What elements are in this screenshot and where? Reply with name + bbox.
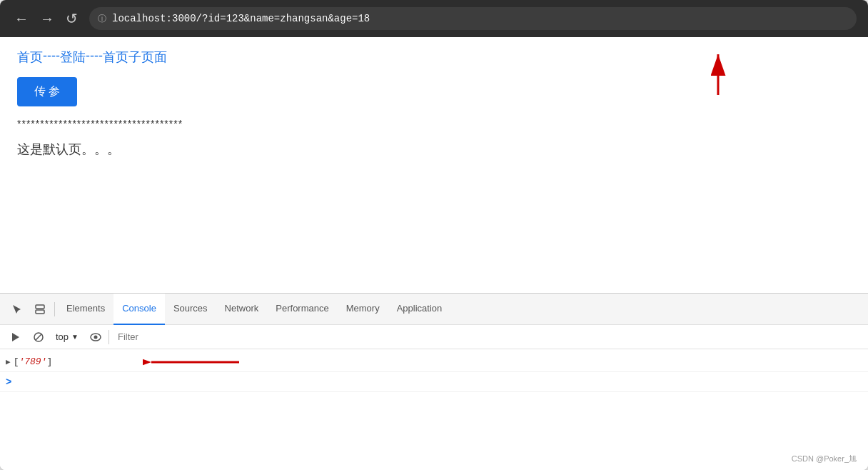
svg-rect-3	[36, 310, 44, 314]
console-string-value: '789'	[19, 356, 46, 367]
open-bracket: [	[14, 356, 19, 367]
dropdown-arrow-icon: ▼	[71, 333, 79, 341]
devtools-tabs-bar: Elements Console Sources Network Perform…	[0, 294, 868, 325]
tab-console[interactable]: Console	[113, 294, 165, 325]
nav-buttons: ← → ↺	[11, 7, 81, 30]
tab-divider-1	[54, 302, 55, 316]
play-messages-btn[interactable]	[6, 327, 26, 347]
home-sub-link[interactable]: 首页子页面	[103, 49, 167, 66]
tab-sources[interactable]: Sources	[165, 294, 216, 325]
console-output: ▶ [ '789' ] >	[0, 349, 868, 470]
layers-icon	[34, 304, 46, 315]
tab-elements[interactable]: Elements	[58, 294, 113, 325]
browser-window: ← → ↺ ⓘ localhost:3000/?id=123&name=zhan…	[0, 0, 868, 470]
close-bracket: ]	[46, 356, 52, 367]
tab-network[interactable]: Network	[216, 294, 268, 325]
arrow-up-right-indicator	[697, 49, 740, 99]
eye-icon	[90, 333, 101, 341]
address-bar[interactable]: ⓘ localhost:3000/?id=123&name=zhangsan&a…	[89, 7, 857, 30]
default-page-text: 这是默认页。。。	[17, 141, 851, 158]
svg-rect-2	[36, 305, 44, 309]
home-link[interactable]: 首页	[17, 49, 43, 66]
eye-btn[interactable]	[86, 327, 106, 347]
tab-performance[interactable]: Performance	[267, 294, 337, 325]
console-row-prompt[interactable]: >	[0, 372, 868, 392]
no-entry-icon	[34, 332, 44, 342]
top-context-dropdown[interactable]: top ▼	[51, 330, 83, 344]
separator1: ----	[43, 49, 60, 66]
devtools-panel: Elements Console Sources Network Perform…	[0, 293, 868, 470]
console-row-array: ▶ [ '789' ]	[0, 352, 868, 372]
console-toolbar: top ▼	[0, 325, 868, 349]
forward-button[interactable]: →	[37, 8, 57, 30]
browser-toolbar: ← → ↺ ⓘ localhost:3000/?id=123&name=zhan…	[0, 0, 868, 37]
layers-icon-btn[interactable]	[29, 298, 51, 321]
tab-application[interactable]: Application	[388, 294, 451, 325]
login-link[interactable]: 登陆	[60, 49, 86, 66]
back-button[interactable]: ←	[11, 8, 31, 30]
page-content: 首页 ---- 登陆 ---- 首页子页面 传 参 **************…	[0, 37, 868, 293]
cursor-icon-btn[interactable]	[6, 298, 29, 321]
svg-line-6	[36, 334, 41, 340]
console-divider	[108, 330, 109, 344]
stars-line: ************************************	[17, 118, 851, 129]
expand-arrow-icon[interactable]: ▶	[6, 357, 11, 366]
top-label: top	[56, 331, 69, 342]
left-arrow-svg	[143, 354, 243, 371]
filter-input[interactable]	[112, 331, 862, 342]
forward-icon: →	[40, 11, 54, 27]
play-icon	[11, 332, 21, 342]
cursor-icon	[11, 304, 23, 315]
svg-marker-4	[12, 333, 19, 341]
separator2: ----	[86, 49, 103, 66]
console-prompt-symbol: >	[6, 376, 11, 388]
tab-memory[interactable]: Memory	[338, 294, 388, 325]
up-arrow-svg	[697, 49, 740, 99]
watermark: CSDN @Poker_旭	[792, 454, 857, 464]
transfer-button[interactable]: 传 参	[17, 77, 77, 106]
url-text: localhost:3000/?id=123&name=zhangsan&age…	[112, 13, 370, 24]
lock-icon: ⓘ	[98, 13, 106, 25]
reload-button[interactable]: ↺	[63, 7, 81, 30]
reload-icon: ↺	[66, 10, 78, 27]
svg-point-8	[94, 335, 97, 339]
back-icon: ←	[14, 11, 29, 27]
clear-console-btn[interactable]	[29, 327, 49, 347]
